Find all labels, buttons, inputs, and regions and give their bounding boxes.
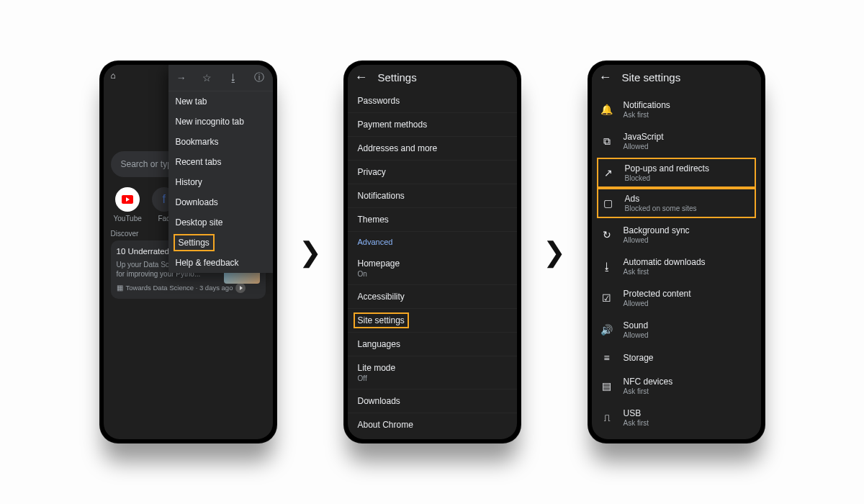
- settings-item-site-settings[interactable]: Site settings: [348, 308, 517, 332]
- back-icon[interactable]: ←: [599, 70, 612, 85]
- menu-item-recent-tabs[interactable]: Recent tabs: [168, 152, 273, 172]
- item-label: Homepage: [358, 258, 507, 269]
- settings-item-payment-methods[interactable]: Payment methods: [348, 112, 517, 136]
- phone-step-2: ← Settings PasswordsPayment methodsAddre…: [343, 60, 521, 444]
- settings-item-passwords[interactable]: Passwords: [348, 89, 517, 112]
- item-sub: Blocked: [625, 174, 709, 182]
- info-icon[interactable]: ⓘ: [254, 71, 264, 84]
- item-sub: Ask first: [624, 387, 673, 395]
- item-label: Passwords: [358, 96, 507, 106]
- item-label: About Chrome: [358, 420, 507, 430]
- download-icon[interactable]: ⭳: [228, 72, 238, 84]
- sound-icon: 🔊: [600, 324, 613, 336]
- menu-item-settings[interactable]: Settings: [174, 235, 214, 251]
- settings-item-notifications[interactable]: Notifications: [348, 184, 517, 207]
- settings-item-downloads[interactable]: Downloads: [348, 389, 517, 413]
- menu-item-downloads[interactable]: Downloads: [168, 192, 273, 212]
- site-setting-storage[interactable]: ≡Storage: [592, 346, 761, 370]
- background-sync-icon: ↻: [600, 229, 613, 240]
- site-settings-header: ← Site settings: [592, 65, 761, 89]
- site-setting-sound[interactable]: 🔊SoundAllowed: [592, 314, 761, 346]
- phone-step-3: ← Site settings 🔔NotificationsAsk first⧉…: [588, 60, 765, 444]
- pop-ups-and-redirects-icon: ↗: [602, 167, 615, 179]
- javascript-icon: ⧉: [600, 135, 613, 148]
- settings-item-homepage[interactable]: HomepageOn: [348, 252, 517, 284]
- tile-label: YouTube: [114, 215, 142, 222]
- menu-item-help-feedback[interactable]: Help & feedback: [168, 253, 273, 273]
- item-label: Payment methods: [358, 120, 507, 130]
- tile-youtube[interactable]: YouTube: [114, 187, 142, 222]
- home-icon[interactable]: ⌂: [111, 71, 116, 81]
- menu-item-bookmarks[interactable]: Bookmarks: [168, 132, 273, 152]
- site-setting-protected-content[interactable]: ☑Protected contentAllowed: [592, 282, 761, 314]
- item-label: Site settings: [354, 313, 408, 328]
- settings-item-themes[interactable]: Themes: [348, 207, 517, 231]
- item-label: Pop-ups and redirects: [625, 163, 709, 174]
- usb-icon: ⎍: [600, 412, 613, 423]
- item-label: NFC devices: [624, 377, 673, 387]
- menu-item-desktop-site[interactable]: Desktop site: [168, 212, 273, 233]
- item-label: Notifications: [624, 100, 670, 110]
- forward-icon[interactable]: →: [176, 72, 186, 84]
- phone-step-1: ⌂ G Search or type w YouTube f Fac Disco…: [99, 60, 277, 444]
- item-sub: Allowed: [624, 143, 664, 150]
- site-setting-background-sync[interactable]: ↻Background syncAllowed: [592, 219, 761, 251]
- item-sub: Allowed: [624, 236, 690, 244]
- screen-2: ← Settings PasswordsPayment methodsAddre…: [348, 65, 517, 439]
- settings-item-about-chrome[interactable]: About Chrome: [348, 413, 517, 436]
- back-icon[interactable]: ←: [355, 70, 368, 85]
- page-title: Site settings: [622, 71, 681, 84]
- item-sub: Ask first: [624, 111, 670, 119]
- item-label: Lite mode: [358, 363, 507, 373]
- site-setting-notifications[interactable]: 🔔NotificationsAsk first: [592, 94, 761, 125]
- settings-item-accessibility[interactable]: Accessibility: [348, 284, 517, 308]
- item-label: Background sync: [624, 225, 690, 235]
- page-title: Settings: [378, 71, 417, 84]
- settings-header: ← Settings: [348, 65, 517, 89]
- source-icon: ▦: [117, 284, 123, 292]
- menu-item-new-tab[interactable]: New tab: [168, 91, 273, 112]
- item-label: USB: [624, 408, 649, 418]
- nfc-devices-icon: ▤: [600, 380, 613, 392]
- item-sub: Allowed: [624, 300, 691, 307]
- site-setting-nfc-devices[interactable]: ▤NFC devicesAsk first: [592, 370, 761, 402]
- ads-icon: ▢: [602, 197, 615, 209]
- play-icon: [235, 283, 246, 293]
- star-icon[interactable]: ☆: [202, 72, 212, 84]
- overflow-menu: → ☆ ⭳ ⓘ New tabNew incognito tabBookmark…: [168, 65, 273, 273]
- site-setting-automatic-downloads[interactable]: ⭳Automatic downloadsAsk first: [592, 251, 761, 282]
- notifications-icon: 🔔: [600, 104, 613, 115]
- card-meta: ▦ Towards Data Science · 3 days ago: [117, 283, 260, 293]
- menu-item-history[interactable]: History: [168, 172, 273, 192]
- item-label: Addresses and more: [358, 143, 507, 153]
- item-label: Themes: [358, 215, 507, 225]
- screen-3: ← Site settings 🔔NotificationsAsk first⧉…: [592, 65, 761, 439]
- site-setting-ads[interactable]: ▢AdsBlocked on some sites: [598, 189, 755, 217]
- arrow-separator-2: ❯: [543, 236, 566, 268]
- item-sub: Blocked on some sites: [625, 204, 697, 212]
- site-setting-javascript[interactable]: ⧉JavaScriptAllowed: [592, 125, 761, 157]
- item-sub: Ask first: [624, 268, 706, 276]
- protected-content-icon: ☑: [600, 292, 613, 304]
- menu-icon-row: → ☆ ⭳ ⓘ: [168, 65, 273, 91]
- item-label: Sound: [624, 320, 649, 330]
- item-label: Ads: [625, 194, 697, 204]
- item-label: Downloads: [358, 396, 507, 406]
- settings-item-privacy[interactable]: Privacy: [348, 160, 517, 184]
- item-label: Privacy: [358, 167, 507, 177]
- settings-item-languages[interactable]: Languages: [348, 332, 517, 356]
- item-sub: Allowed: [624, 331, 649, 339]
- advanced-section: Advanced: [348, 231, 517, 252]
- menu-item-new-incognito-tab[interactable]: New incognito tab: [168, 112, 273, 132]
- card-source: Towards Data Science · 3 days ago: [126, 284, 233, 292]
- site-setting-pop-ups-and-redirects[interactable]: ↗Pop-ups and redirectsBlocked: [598, 158, 755, 187]
- item-label: Notifications: [358, 191, 507, 201]
- site-setting-usb[interactable]: ⎍USBAsk first: [592, 402, 761, 433]
- settings-item-lite-mode[interactable]: Lite modeOff: [348, 356, 517, 389]
- item-label: JavaScript: [624, 132, 664, 142]
- item-sub: On: [358, 270, 507, 278]
- item-label: Protected content: [624, 289, 691, 299]
- settings-item-addresses-and-more[interactable]: Addresses and more: [348, 136, 517, 160]
- automatic-downloads-icon: ⭳: [600, 261, 613, 272]
- item-label: Accessibility: [358, 292, 507, 302]
